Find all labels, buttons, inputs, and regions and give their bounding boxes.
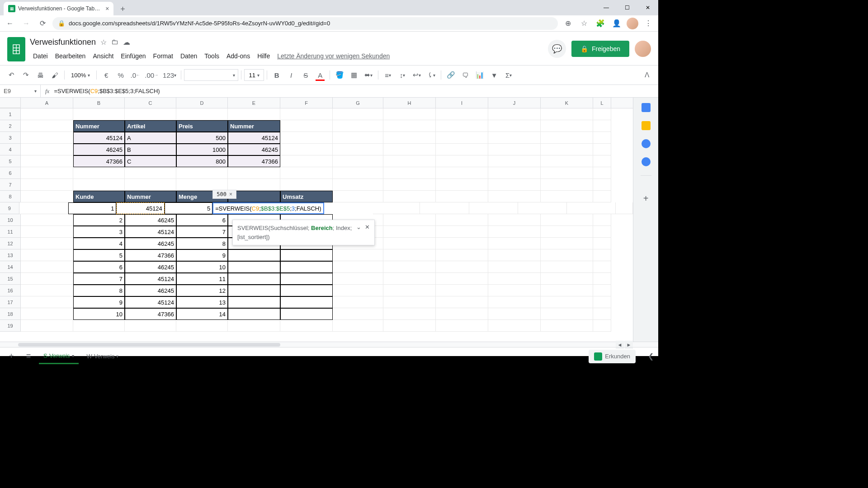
cell[interactable] [125,167,176,179]
close-tab-icon[interactable]: × [105,5,109,12]
cell[interactable]: 45124 [125,296,176,308]
cell[interactable] [593,191,611,202]
col-header[interactable]: L [593,98,611,108]
cell[interactable]: 47366 [125,308,176,320]
cell[interactable] [333,308,383,320]
close-preview-icon[interactable]: × [229,191,232,197]
row-header[interactable]: 7 [0,179,21,191]
cell[interactable]: 10 [73,308,125,320]
cell[interactable] [21,191,73,202]
cell[interactable] [21,308,73,320]
cell[interactable]: Nummer [125,191,176,202]
fill-color-button[interactable]: 🪣 [333,68,346,82]
cell[interactable]: 46245 [125,261,176,273]
cell[interactable] [176,167,228,179]
cell[interactable] [541,191,593,202]
row-header[interactable]: 12 [0,238,21,249]
cell[interactable] [541,249,593,261]
col-header[interactable]: K [541,98,593,108]
horizontal-scrollbar[interactable] [0,342,658,347]
row-header[interactable]: 6 [0,167,21,179]
cell[interactable] [280,308,333,320]
wrap-button[interactable]: ↩▾ [410,68,424,82]
cell[interactable]: 9 [176,249,228,261]
cell[interactable] [541,155,593,167]
cell[interactable] [383,191,436,202]
formula-input[interactable]: =SVERWEIS(C9;$B$3:$E$5;3;FALSCH) [54,88,160,94]
maximize-window-icon[interactable]: ☐ [617,0,637,15]
row-header[interactable]: 14 [0,261,21,273]
menu-bearbeiten[interactable]: Bearbeiten [52,51,89,61]
cell[interactable]: 47366 [73,155,125,167]
undo-button[interactable]: ↶ [5,68,18,82]
cell[interactable] [488,285,541,296]
cell[interactable] [21,179,73,191]
cell[interactable] [280,167,333,179]
url-input[interactable]: 🔒 docs.google.com/spreadsheets/d/1RW5vYM… [52,17,558,30]
cell[interactable] [436,308,488,320]
cell[interactable]: 13 [176,296,228,308]
star-icon[interactable]: ☆ [100,38,107,47]
font-size-select[interactable]: 11▾ [244,69,264,81]
cell[interactable]: 45124 [228,132,280,144]
cell[interactable] [228,108,280,120]
all-sheets-button[interactable]: ≡ [22,350,35,363]
cell[interactable] [488,155,541,167]
cell[interactable]: 4 [73,238,125,249]
profile-avatar[interactable] [627,18,638,29]
cell[interactable] [488,144,541,155]
close-help-icon[interactable]: ✕ [365,224,370,230]
cell[interactable]: 1000 [176,144,228,155]
cell[interactable] [488,308,541,320]
cell[interactable]: 12 [176,285,228,296]
sheets-logo[interactable] [7,37,25,61]
row-header[interactable]: 16 [0,285,21,296]
select-all-corner[interactable] [0,98,21,108]
cell[interactable] [383,273,436,285]
cell[interactable]: Nummer [228,120,280,132]
keep-icon[interactable] [642,121,651,130]
cell[interactable]: Nummer [73,120,125,132]
cell[interactable] [280,320,333,332]
browser-tab[interactable]: ▦ Verweisfunktionen - Google Tab… × [4,2,113,15]
cell[interactable] [593,285,611,296]
row-header[interactable]: 18 [0,308,21,320]
filter-button[interactable]: ▼ [487,68,501,82]
col-header[interactable]: A [21,98,73,108]
cell[interactable] [488,120,541,132]
cell[interactable] [333,120,383,132]
cell[interactable] [73,320,125,332]
cell[interactable] [333,296,383,308]
cell[interactable] [436,108,488,120]
menu-datei[interactable]: Datei [30,51,51,61]
row-header[interactable]: 5 [0,155,21,167]
cell[interactable] [541,261,593,273]
cell[interactable]: 11 [176,273,228,285]
cell[interactable] [541,108,593,120]
cell[interactable] [541,285,593,296]
expand-help-icon[interactable]: ⌄ [356,224,361,230]
menu-daten[interactable]: Daten [177,51,200,61]
cell[interactable]: 45124 [125,273,176,285]
cell[interactable] [228,261,280,273]
cell[interactable] [383,167,436,179]
cell[interactable]: 46245 [73,144,125,155]
cell[interactable] [436,191,488,202]
calendar-icon[interactable] [642,103,651,112]
cell[interactable] [436,226,488,238]
cell[interactable] [383,238,436,249]
cell[interactable] [488,249,541,261]
cell[interactable] [488,296,541,308]
cell[interactable]: 46245 [228,144,280,155]
cell[interactable] [333,132,383,144]
cell[interactable]: 8 [176,238,228,249]
cell[interactable] [176,320,228,332]
cell[interactable] [280,179,333,191]
cell[interactable] [333,179,383,191]
share-button[interactable]: 🔒 Freigeben [571,41,629,57]
col-header[interactable]: H [383,98,436,108]
percent-button[interactable]: % [114,68,127,82]
cell[interactable] [541,296,593,308]
row-header[interactable]: 19 [0,320,21,332]
cell[interactable] [21,226,73,238]
